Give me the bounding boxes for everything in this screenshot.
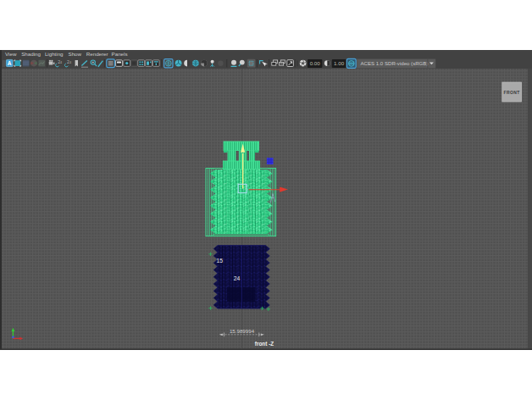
svg-text:Show: Show	[69, 51, 82, 57]
svg-text:Panels: Panels	[112, 51, 128, 57]
svg-text:24: 24	[234, 275, 241, 281]
svg-text:A: A	[8, 60, 12, 66]
svg-text:15: 15	[217, 258, 224, 264]
svg-text:1.00: 1.00	[334, 60, 345, 66]
svg-text:0.00: 0.00	[310, 60, 321, 66]
svg-text:Renderer: Renderer	[86, 51, 108, 57]
svg-text:ACES 1.0 SDR-video (sRGB): ACES 1.0 SDR-video (sRGB)	[361, 60, 429, 66]
svg-text:front -Z: front -Z	[255, 341, 274, 347]
svg-text:Shading: Shading	[21, 51, 41, 57]
svg-text:FRONT: FRONT	[504, 90, 520, 95]
svg-text:Lighting: Lighting	[45, 51, 64, 57]
svg-text:15.989994: 15.989994	[230, 328, 255, 334]
svg-text:View: View	[5, 51, 17, 57]
